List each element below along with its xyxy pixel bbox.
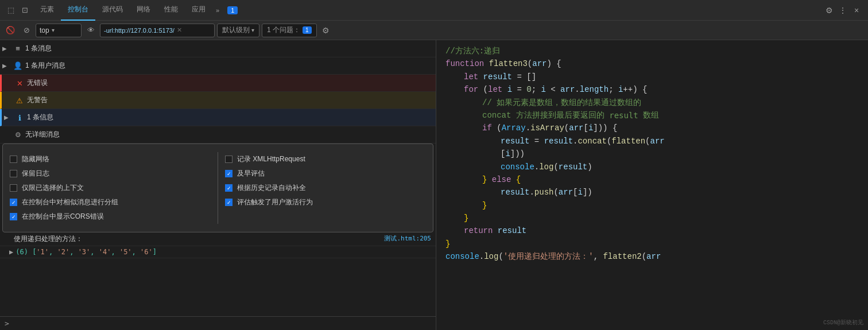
selected-context-checkbox[interactable]	[10, 184, 17, 192]
eager-eval-label: 及早评估	[237, 169, 265, 178]
group-similar-label: 在控制台中对相似消息进行分组	[22, 197, 118, 207]
dropdown-columns: 隐藏网络 保留日志 仅限已选择的上下文 在控制台中对相似消息进行分组	[3, 149, 433, 227]
user-activation-label: 评估触发了用户激活行为	[237, 197, 313, 207]
close-devtools-icon[interactable]: ×	[851, 5, 862, 16]
code-line-4: for (let i = 0; i < arr.length; i++) {	[436, 83, 868, 96]
code-line-5: // 如果元素是数组，数组的结果通过数组的	[436, 96, 868, 109]
sidebar-info-label: 1 条信息	[27, 112, 53, 122]
tab-bar-left-icons: ⬚ ⊡	[2, 5, 33, 15]
eager-eval-checkbox[interactable]	[225, 170, 232, 177]
sidebar-all-label: 1 条消息	[25, 44, 52, 53]
cors-errors-checkbox[interactable]	[10, 213, 17, 220]
hide-network-label: 隐藏网络	[22, 154, 49, 164]
tab-sources[interactable]: 源代码	[95, 0, 130, 21]
autocomplete-label: 根据历史记录自动补全	[237, 183, 306, 193]
code-line-6: concat 方法拼接到最后要返回的 result 数组	[436, 109, 868, 122]
autocomplete-checkbox[interactable]	[225, 184, 232, 192]
log-xmlhttp-label: 记录 XMLHttpRequest	[237, 154, 305, 164]
code-line-17: console.log('使用递归处理的方法：', flatten2(arr	[436, 250, 868, 263]
level-filter-dropdown[interactable]: 默认级别 ▾	[217, 24, 259, 37]
console-settings-icon[interactable]: ⚙	[319, 24, 333, 37]
cors-errors-label: 在控制台中显示CORS错误	[22, 212, 104, 222]
code-line-15: return result	[436, 224, 868, 237]
gear-icon: ⚙	[13, 131, 23, 139]
dropdown-cors-errors[interactable]: 在控制台中显示CORS错误	[3, 209, 218, 224]
expand-icon: ▶	[2, 45, 10, 52]
list-icon: ≡	[13, 44, 23, 53]
code-line-14: }	[436, 212, 868, 224]
sidebar-row-errors[interactable]: ✕ 无错误	[0, 75, 436, 92]
dropdown-selected-context[interactable]: 仅限已选择的上下文	[3, 181, 218, 195]
context-selector[interactable]: top ▾	[36, 24, 82, 37]
code-line-16: }	[436, 238, 868, 250]
code-line-12: result.push(arr[i])	[436, 186, 868, 199]
filter-url-input[interactable]: -url:http://127.0.0.1:5173/ ✕	[100, 24, 215, 37]
dropdown-eager-eval[interactable]: 及早评估	[218, 166, 433, 181]
sidebar-error-label: 无错误	[27, 78, 48, 88]
tab-application[interactable]: 应用	[185, 0, 212, 21]
tab-bar: ⬚ ⊡ 元素 控制台 源代码 网络 性能 应用 » 1 ⚙ ⋮ ×	[0, 0, 868, 21]
dropdown-hide-network[interactable]: 隐藏网络	[3, 152, 218, 166]
log-array-entry[interactable]: ▶ (6) ['1', '2', '3', '4', '5', '6']	[0, 246, 436, 258]
hide-network-checkbox[interactable]	[10, 156, 17, 163]
log-text-content: 使用递归处理的方法：	[14, 234, 379, 244]
level-filter-label: 默认级别	[222, 25, 250, 35]
dropdown-group-similar[interactable]: 在控制台中对相似消息进行分组	[3, 195, 218, 209]
tab-performance[interactable]: 性能	[157, 0, 185, 21]
log-source-link[interactable]: 测试.html:205	[384, 234, 431, 243]
sidebar-row-warnings[interactable]: ⚠ 无警告	[0, 92, 436, 109]
console-settings-dropdown: 隐藏网络 保留日志 仅限已选择的上下文 在控制台中对相似消息进行分组	[2, 143, 433, 232]
group-similar-checkbox[interactable]	[10, 199, 17, 206]
log-xmlhttp-checkbox[interactable]	[225, 156, 232, 163]
context-label: top	[40, 26, 49, 34]
responsive-icon[interactable]: ⊡	[20, 5, 30, 15]
preserve-log-checkbox[interactable]	[10, 170, 17, 177]
tab-elements[interactable]: 元素	[33, 0, 61, 21]
console-input-field[interactable]	[13, 320, 431, 328]
dropdown-log-xmlhttp[interactable]: 记录 XMLHttpRequest	[218, 152, 433, 166]
tab-more-button[interactable]: »	[212, 7, 223, 14]
sidebar-row-user[interactable]: ▶ 👤 1 条用户消息	[0, 57, 436, 75]
sidebar-verbose-label: 无详细消息	[25, 130, 60, 139]
settings-icon[interactable]: ⚙	[823, 5, 835, 16]
expand-icon-2: ▶	[2, 63, 10, 69]
code-line-10: console.log(result)	[436, 161, 868, 173]
code-line-7: if (Array.isArray(arr[i])) {	[436, 122, 868, 134]
code-line-3: let result = []	[436, 71, 868, 83]
sidebar-user-label: 1 条用户消息	[25, 61, 65, 71]
dropdown-preserve-log[interactable]: 保留日志	[3, 166, 218, 181]
code-line-1: //方法六:递归	[436, 45, 868, 57]
console-input-area: >	[0, 316, 436, 330]
user-activation-checkbox[interactable]	[225, 199, 232, 206]
dropdown-user-activation[interactable]: 评估触发了用户激活行为	[218, 195, 433, 209]
clear-console-icon[interactable]: 🚫	[3, 24, 17, 37]
tab-network[interactable]: 网络	[130, 0, 157, 21]
issues-button[interactable]: 1 个问题： 1	[262, 24, 317, 37]
url-clear-icon[interactable]: ✕	[177, 26, 182, 34]
left-panel: ▶ ≡ 1 条消息 ▶ 👤 1 条用户消息 ✕ 无错误 ⚠ 无警告 ▶ ℹ 1 …	[0, 40, 436, 330]
more-options-icon[interactable]: ⋮	[837, 5, 848, 16]
watermark: CSDN@新晓初见	[823, 319, 863, 328]
right-code-panel: //方法六:递归 function flatten3(arr) { let re…	[436, 40, 868, 330]
sidebar-row-info[interactable]: ▶ ℹ 1 条信息	[0, 109, 436, 126]
level-filter-arrow: ▾	[251, 27, 254, 33]
expand-arrow[interactable]: ▶	[9, 248, 13, 256]
code-line-2: function flatten3(arr) {	[436, 57, 868, 70]
filter-icon[interactable]: ⊘	[20, 24, 33, 37]
dropdown-autocomplete[interactable]: 根据历史记录自动补全	[218, 181, 433, 195]
url-text: -url:http://127.0.0.1:5173/	[104, 27, 175, 34]
cursor-icon[interactable]: ⬚	[6, 5, 16, 15]
log-array-content: (6) ['1', '2', '3', '4', '5', '6']	[16, 248, 431, 256]
sidebar-warning-label: 无警告	[27, 95, 48, 105]
selected-context-label: 仅限已选择的上下文	[22, 183, 84, 193]
eye-icon[interactable]: 👁	[84, 24, 98, 37]
context-arrow: ▾	[52, 27, 55, 33]
console-output: 使用递归处理的方法： 测试.html:205 ▶ (6) ['1', '2', …	[0, 232, 436, 316]
tab-console[interactable]: 控制台	[61, 0, 95, 21]
code-line-13: }	[436, 199, 868, 212]
sidebar-row-verbose[interactable]: ⚙ 无详细消息	[0, 126, 436, 143]
issues-label: 1 个问题：	[267, 25, 300, 35]
toolbar: 🚫 ⊘ top ▾ 👁 -url:http://127.0.0.1:5173/ …	[0, 21, 868, 40]
info-icon: ℹ	[14, 114, 25, 122]
sidebar-row-all-messages[interactable]: ▶ ≡ 1 条消息	[0, 40, 436, 57]
